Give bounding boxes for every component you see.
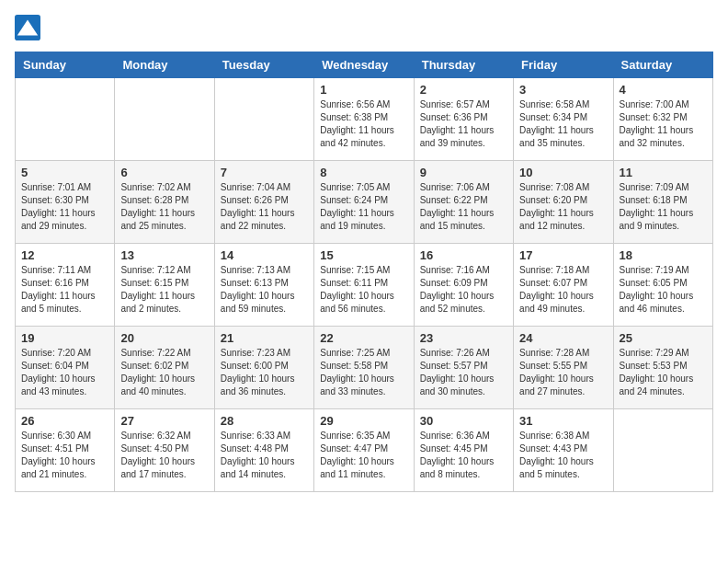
weekday-header: Saturday <box>613 52 712 78</box>
calendar-cell: 18Sunrise: 7:19 AMSunset: 6:05 PMDayligh… <box>613 244 712 327</box>
page-header <box>15 15 713 40</box>
day-number: 1 <box>320 83 407 97</box>
day-info: Sunrise: 6:32 AMSunset: 4:50 PMDaylight:… <box>120 430 208 481</box>
calendar-cell: 10Sunrise: 7:08 AMSunset: 6:20 PMDayligh… <box>514 161 613 244</box>
day-number: 12 <box>21 248 108 262</box>
day-number: 17 <box>519 248 607 262</box>
weekday-header: Friday <box>514 52 613 78</box>
day-info: Sunrise: 7:15 AMSunset: 6:11 PMDaylight:… <box>320 264 407 316</box>
calendar-cell: 6Sunrise: 7:02 AMSunset: 6:28 PMDaylight… <box>115 161 214 244</box>
day-number: 16 <box>420 248 507 262</box>
day-info: Sunrise: 6:30 AMSunset: 4:51 PMDaylight:… <box>21 430 108 481</box>
day-number: 5 <box>21 166 108 179</box>
calendar-cell: 29Sunrise: 6:35 AMSunset: 4:47 PMDayligh… <box>314 409 414 492</box>
calendar-cell: 16Sunrise: 7:16 AMSunset: 6:09 PMDayligh… <box>414 244 513 327</box>
day-number: 15 <box>320 248 407 262</box>
calendar-week-row: 26Sunrise: 6:30 AMSunset: 4:51 PMDayligh… <box>16 409 713 492</box>
day-number: 19 <box>21 331 108 345</box>
day-number: 20 <box>120 331 208 345</box>
day-info: Sunrise: 7:04 AMSunset: 6:26 PMDaylight:… <box>221 181 308 233</box>
day-info: Sunrise: 6:33 AMSunset: 4:48 PMDaylight:… <box>221 430 308 481</box>
day-info: Sunrise: 6:36 AMSunset: 4:45 PMDaylight:… <box>420 430 507 481</box>
day-number: 21 <box>221 331 308 345</box>
day-info: Sunrise: 7:11 AMSunset: 6:16 PMDaylight:… <box>21 264 108 316</box>
day-info: Sunrise: 7:22 AMSunset: 6:02 PMDaylight:… <box>120 347 208 398</box>
logo <box>15 15 42 40</box>
day-number: 13 <box>120 248 208 262</box>
weekday-header: Monday <box>115 52 214 78</box>
day-number: 24 <box>519 331 607 345</box>
logo-icon <box>15 15 40 40</box>
calendar-cell: 4Sunrise: 7:00 AMSunset: 6:32 PMDaylight… <box>613 78 712 161</box>
day-info: Sunrise: 7:18 AMSunset: 6:07 PMDaylight:… <box>519 264 607 316</box>
weekday-header: Tuesday <box>214 52 313 78</box>
day-number: 22 <box>320 331 407 345</box>
calendar-cell: 8Sunrise: 7:05 AMSunset: 6:24 PMDaylight… <box>314 161 414 244</box>
day-number: 6 <box>120 166 208 179</box>
day-number: 9 <box>420 166 507 179</box>
day-info: Sunrise: 7:16 AMSunset: 6:09 PMDaylight:… <box>420 264 507 316</box>
day-info: Sunrise: 7:13 AMSunset: 6:13 PMDaylight:… <box>221 264 308 316</box>
day-info: Sunrise: 7:02 AMSunset: 6:28 PMDaylight:… <box>120 181 208 233</box>
day-info: Sunrise: 6:35 AMSunset: 4:47 PMDaylight:… <box>320 430 407 481</box>
calendar-cell: 21Sunrise: 7:23 AMSunset: 6:00 PMDayligh… <box>214 327 313 409</box>
calendar-table: SundayMondayTuesdayWednesdayThursdayFrid… <box>15 52 713 492</box>
day-number: 29 <box>320 414 407 428</box>
calendar-cell: 26Sunrise: 6:30 AMSunset: 4:51 PMDayligh… <box>16 409 115 492</box>
day-number: 10 <box>519 166 607 179</box>
calendar-cell: 27Sunrise: 6:32 AMSunset: 4:50 PMDayligh… <box>115 409 214 492</box>
day-info: Sunrise: 7:25 AMSunset: 5:58 PMDaylight:… <box>320 347 407 398</box>
calendar-cell: 17Sunrise: 7:18 AMSunset: 6:07 PMDayligh… <box>514 244 613 327</box>
calendar-cell: 5Sunrise: 7:01 AMSunset: 6:30 PMDaylight… <box>16 161 115 244</box>
day-info: Sunrise: 7:12 AMSunset: 6:15 PMDaylight:… <box>120 264 208 316</box>
calendar-week-row: 1Sunrise: 6:56 AMSunset: 6:38 PMDaylight… <box>16 78 713 161</box>
calendar-cell: 28Sunrise: 6:33 AMSunset: 4:48 PMDayligh… <box>214 409 313 492</box>
calendar-cell: 30Sunrise: 6:36 AMSunset: 4:45 PMDayligh… <box>414 409 513 492</box>
calendar-cell <box>214 78 313 161</box>
day-number: 31 <box>519 414 607 428</box>
calendar-cell: 11Sunrise: 7:09 AMSunset: 6:18 PMDayligh… <box>613 161 712 244</box>
day-number: 25 <box>620 331 707 345</box>
calendar-cell: 7Sunrise: 7:04 AMSunset: 6:26 PMDaylight… <box>214 161 313 244</box>
day-number: 14 <box>221 248 308 262</box>
day-number: 4 <box>620 83 707 97</box>
calendar-cell: 31Sunrise: 6:38 AMSunset: 4:43 PMDayligh… <box>514 409 613 492</box>
calendar-cell: 14Sunrise: 7:13 AMSunset: 6:13 PMDayligh… <box>214 244 313 327</box>
day-number: 27 <box>120 414 208 428</box>
calendar-cell: 13Sunrise: 7:12 AMSunset: 6:15 PMDayligh… <box>115 244 214 327</box>
calendar-cell: 3Sunrise: 6:58 AMSunset: 6:34 PMDaylight… <box>514 78 613 161</box>
day-number: 3 <box>519 83 607 97</box>
day-number: 11 <box>620 166 707 179</box>
day-info: Sunrise: 7:09 AMSunset: 6:18 PMDaylight:… <box>620 181 707 233</box>
calendar-week-row: 5Sunrise: 7:01 AMSunset: 6:30 PMDaylight… <box>16 161 713 244</box>
day-info: Sunrise: 7:05 AMSunset: 6:24 PMDaylight:… <box>320 181 407 233</box>
day-info: Sunrise: 7:19 AMSunset: 6:05 PMDaylight:… <box>620 264 707 316</box>
calendar-cell: 9Sunrise: 7:06 AMSunset: 6:22 PMDaylight… <box>414 161 513 244</box>
calendar-cell: 23Sunrise: 7:26 AMSunset: 5:57 PMDayligh… <box>414 327 513 409</box>
calendar-cell: 22Sunrise: 7:25 AMSunset: 5:58 PMDayligh… <box>314 327 414 409</box>
calendar-cell: 12Sunrise: 7:11 AMSunset: 6:16 PMDayligh… <box>16 244 115 327</box>
day-number: 7 <box>221 166 308 179</box>
calendar-week-row: 12Sunrise: 7:11 AMSunset: 6:16 PMDayligh… <box>16 244 713 327</box>
day-info: Sunrise: 7:26 AMSunset: 5:57 PMDaylight:… <box>420 347 507 398</box>
weekday-header-row: SundayMondayTuesdayWednesdayThursdayFrid… <box>16 52 713 78</box>
calendar-cell <box>613 409 712 492</box>
day-info: Sunrise: 7:20 AMSunset: 6:04 PMDaylight:… <box>21 347 108 398</box>
day-number: 28 <box>221 414 308 428</box>
day-number: 23 <box>420 331 507 345</box>
day-number: 8 <box>320 166 407 179</box>
day-info: Sunrise: 6:58 AMSunset: 6:34 PMDaylight:… <box>519 98 607 150</box>
calendar-cell: 19Sunrise: 7:20 AMSunset: 6:04 PMDayligh… <box>16 327 115 409</box>
calendar-cell <box>115 78 214 161</box>
day-number: 2 <box>420 83 507 97</box>
weekday-header: Wednesday <box>314 52 414 78</box>
day-info: Sunrise: 7:08 AMSunset: 6:20 PMDaylight:… <box>519 181 607 233</box>
calendar-cell: 1Sunrise: 6:56 AMSunset: 6:38 PMDaylight… <box>314 78 414 161</box>
day-info: Sunrise: 6:38 AMSunset: 4:43 PMDaylight:… <box>519 430 607 481</box>
calendar-cell: 20Sunrise: 7:22 AMSunset: 6:02 PMDayligh… <box>115 327 214 409</box>
day-info: Sunrise: 6:57 AMSunset: 6:36 PMDaylight:… <box>420 98 507 150</box>
day-info: Sunrise: 6:56 AMSunset: 6:38 PMDaylight:… <box>320 98 407 150</box>
day-number: 30 <box>420 414 507 428</box>
weekday-header: Thursday <box>414 52 513 78</box>
day-info: Sunrise: 7:28 AMSunset: 5:55 PMDaylight:… <box>519 347 607 398</box>
